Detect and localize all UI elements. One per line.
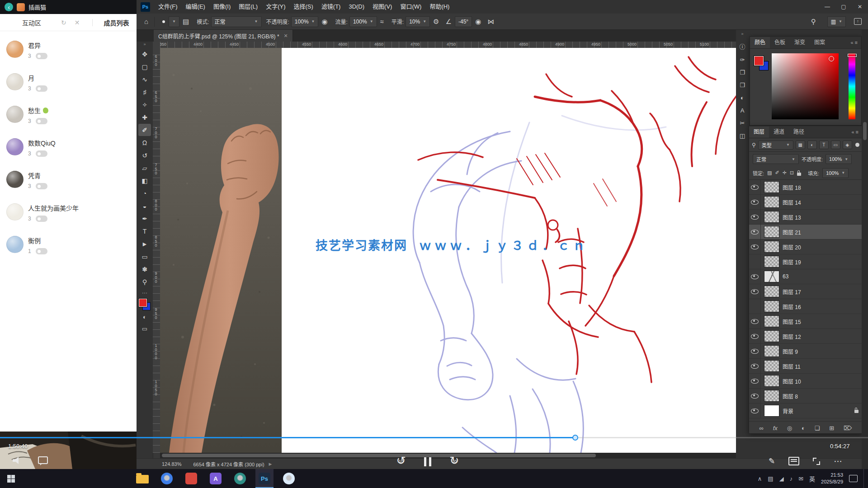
workspace-select[interactable]: ▥▼ xyxy=(827,16,846,27)
color-cursor-icon[interactable] xyxy=(829,56,834,61)
status-caret-icon[interactable]: ▶ xyxy=(269,462,272,466)
marquee-tool-icon[interactable]: ▢ xyxy=(138,61,151,73)
history-brush-tool-icon[interactable]: ↺ xyxy=(138,149,151,161)
layer-row[interactable]: 背景 xyxy=(749,404,862,418)
hand-tool-icon[interactable]: ✽ xyxy=(138,263,151,275)
layer-row[interactable]: 图层 11 xyxy=(749,359,862,374)
notification-center-icon[interactable] xyxy=(849,475,858,482)
tray-icon[interactable]: ♪ xyxy=(790,475,793,482)
layer-row[interactable]: 图层 13 xyxy=(749,210,862,225)
layer-row[interactable]: 图层 10 xyxy=(749,374,862,389)
tray-icon[interactable]: ✉ xyxy=(798,475,803,482)
layer-effects-icon[interactable]: fx xyxy=(773,425,778,432)
filter-search-icon[interactable]: ⚲ xyxy=(752,142,756,148)
eyedropper-tool-icon[interactable]: ✧ xyxy=(138,99,151,111)
brush-angle-input[interactable]: -45° xyxy=(455,16,472,27)
hue-slider[interactable] xyxy=(849,53,855,119)
type-tool-icon[interactable]: T xyxy=(138,225,151,237)
shape-tool-icon[interactable]: ▭ xyxy=(138,250,151,263)
visibility-toggle[interactable] xyxy=(749,404,761,418)
adjustment-filter-icon[interactable]: ◐ xyxy=(807,141,817,149)
progress-handle[interactable] xyxy=(572,435,578,441)
color-swatches[interactable] xyxy=(139,299,151,310)
photoshop-taskbar-icon[interactable]: Ps xyxy=(255,469,274,488)
eraser-tool-icon[interactable]: ▱ xyxy=(138,162,151,174)
start-button[interactable] xyxy=(0,469,22,488)
layer-row[interactable]: 图层 19 xyxy=(749,254,862,269)
gradient-tool-icon[interactable]: ◧ xyxy=(138,174,151,187)
home-icon[interactable]: ⌂ xyxy=(144,18,148,25)
layer-row[interactable]: 图层 9 xyxy=(749,344,862,359)
app-red-taskbar-icon[interactable] xyxy=(182,469,200,488)
layers-tab-0[interactable]: 图层 xyxy=(749,127,769,138)
brush-preview-icon[interactable] xyxy=(160,18,167,25)
menu-item-5[interactable]: 选择(S) xyxy=(289,0,317,14)
layer-row[interactable]: 图层 14 xyxy=(749,195,862,210)
visibility-toggle[interactable] xyxy=(749,180,761,194)
info-panel-icon[interactable]: ⓘ xyxy=(739,42,745,51)
menu-item-2[interactable]: 图像(I) xyxy=(209,0,235,14)
heal-tool-icon[interactable]: ✚ xyxy=(138,111,151,123)
canvas[interactable]: 技艺学习素材网ｗｗｗ．ｊｙ３ｄ．ｃｎ xyxy=(160,48,736,453)
edit-toolbar-icon[interactable]: ··· xyxy=(137,290,153,296)
panel-menu-icon[interactable]: « ≡ xyxy=(850,40,861,45)
lock-all-icon[interactable] xyxy=(797,173,801,176)
layer-row[interactable]: 图层 8 xyxy=(749,389,862,404)
menu-item-8[interactable]: 视图(V) xyxy=(368,0,396,14)
visibility-toggle[interactable] xyxy=(749,374,761,388)
type-filter-icon[interactable]: T xyxy=(819,141,829,149)
new-layer-icon[interactable]: ⊞ xyxy=(829,425,834,432)
comment-icon[interactable] xyxy=(38,456,48,464)
visibility-toggle[interactable] xyxy=(749,299,761,314)
tray-icon[interactable]: ◢ xyxy=(779,475,784,482)
layers-tab-1[interactable]: 通道 xyxy=(769,127,789,138)
zoom-tool-icon[interactable]: ⚲ xyxy=(138,276,151,288)
foreground-color-swatch[interactable] xyxy=(139,299,147,307)
back-button[interactable]: ‹ xyxy=(5,3,13,11)
flow-select[interactable]: 100%▼ xyxy=(349,16,377,27)
document-tab[interactable]: C组群肌的上手臂.psd @ 125% (图层 21, RGB/8) * ✕ xyxy=(154,30,293,42)
visibility-toggle[interactable] xyxy=(749,389,761,403)
filter-type-select[interactable]: 类型▼ xyxy=(758,141,793,150)
layer-blend-mode-select[interactable]: 正常▼ xyxy=(753,154,799,164)
layer-row[interactable]: 图层 15 xyxy=(749,314,862,329)
layers-tab-2[interactable]: 路径 xyxy=(789,127,809,138)
member-row[interactable]: 君异3 xyxy=(0,36,137,69)
member-row[interactable]: 月3 xyxy=(0,69,137,101)
search-icon[interactable]: ⚲ xyxy=(811,18,816,26)
brush-picker[interactable]: ▼ xyxy=(169,16,179,27)
adjustment-layer-icon[interactable]: ◐ xyxy=(802,425,805,432)
show-desktop-button[interactable] xyxy=(863,469,866,488)
foreground-color-swatch[interactable] xyxy=(754,56,764,66)
rewind-button[interactable]: ↺10 xyxy=(394,454,408,467)
symmetry-icon[interactable]: ⋈ xyxy=(487,18,494,26)
color-tab-1[interactable]: 色板 xyxy=(770,37,790,48)
forward-button[interactable]: ↻30 xyxy=(448,454,461,467)
brush-tool-icon[interactable]: ✐ xyxy=(138,124,151,136)
notes-icon[interactable] xyxy=(788,457,799,465)
member-row[interactable]: 人生就为画美少年3 xyxy=(0,199,137,231)
visibility-toggle[interactable] xyxy=(749,344,761,358)
pencil-icon[interactable]: ✎ xyxy=(769,456,775,466)
minimize-button[interactable]: — xyxy=(819,0,835,14)
delete-layer-icon[interactable]: ⌦ xyxy=(844,425,852,432)
refresh-icon[interactable]: ↻ xyxy=(61,19,66,26)
video-progress-bar[interactable] xyxy=(0,435,868,441)
close-icon[interactable]: ✕ xyxy=(75,19,80,26)
layer-mask-icon[interactable]: ◎ xyxy=(787,425,792,432)
color-tab-0[interactable]: 颜色 xyxy=(750,37,770,48)
layer-row[interactable]: 图层 20 xyxy=(749,239,862,254)
menu-item-10[interactable]: 帮助(H) xyxy=(425,0,453,14)
visibility-toggle[interactable] xyxy=(749,269,761,284)
share-icon[interactable]: ↑ xyxy=(854,18,862,25)
path-select-tool-icon[interactable]: ► xyxy=(138,238,151,250)
new-group-icon[interactable]: ❏ xyxy=(815,425,820,432)
app-purple-taskbar-icon[interactable]: A xyxy=(207,469,225,488)
fill-select[interactable]: 100%▼ xyxy=(822,168,849,178)
screen-mode-icon[interactable]: ▭ xyxy=(138,323,151,334)
gear-icon[interactable]: ⚙ xyxy=(433,18,439,26)
member-row[interactable]: 愁生3 xyxy=(0,101,137,134)
panel-color-swatches[interactable] xyxy=(754,56,769,70)
browser-taskbar-icon[interactable] xyxy=(158,469,176,488)
layer-row[interactable]: 图层 17 xyxy=(749,284,862,299)
